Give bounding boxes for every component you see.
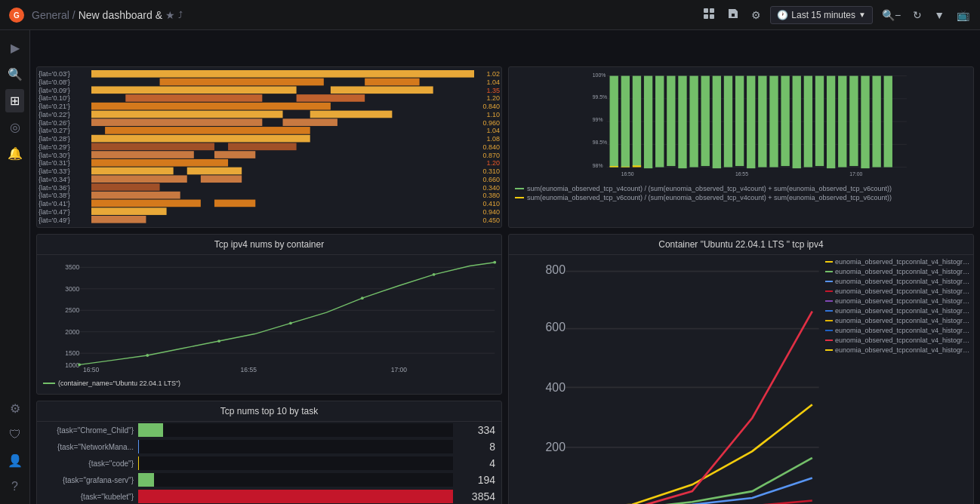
svg-point-88 xyxy=(146,354,149,357)
bar-fill xyxy=(138,440,139,453)
top-tasks-title: Tcp nums top 10 by task xyxy=(37,401,501,422)
sidebar-toggle-button[interactable]: ▶ xyxy=(6,36,24,60)
svg-rect-23 xyxy=(214,151,255,158)
svg-rect-19 xyxy=(91,135,310,143)
task-value: 194 xyxy=(458,474,495,486)
svg-rect-11 xyxy=(125,94,262,102)
svg-text:16:55: 16:55 xyxy=(241,366,257,373)
sidebar-profile-button[interactable]: 👤 xyxy=(3,449,27,472)
sidebar-search-button[interactable]: 🔍 xyxy=(3,63,27,86)
svg-text:98.5%: 98.5% xyxy=(593,140,607,145)
task-label: {task="grafana-serv"} xyxy=(43,476,134,484)
svg-rect-17 xyxy=(283,118,337,126)
bar-track xyxy=(138,490,453,503)
sidebar-alerting-button[interactable]: 🔔 xyxy=(3,142,27,165)
main-content: {lat='0.03'}{lat='0.08'}{lat='0.09'}{lat… xyxy=(30,60,980,504)
line-chart-legend: (container_name="Ubuntu 22.04.1 LTS") xyxy=(37,376,501,390)
bar-track xyxy=(138,473,453,487)
svg-rect-46 xyxy=(621,76,630,167)
breadcrumb-sep: / xyxy=(72,9,76,21)
svg-rect-7 xyxy=(160,78,324,86)
add-panel-button[interactable] xyxy=(700,5,718,25)
svg-rect-13 xyxy=(91,103,331,110)
svg-rect-24 xyxy=(91,159,228,167)
line-chart-panel: Tcp ipv4 nums by container 3500 3000 250… xyxy=(36,234,502,395)
svg-rect-31 xyxy=(91,200,201,207)
svg-text:99.5%: 99.5% xyxy=(593,94,607,100)
svg-rect-12 xyxy=(297,94,365,102)
svg-rect-33 xyxy=(91,207,167,215)
svg-rect-48 xyxy=(644,76,652,169)
task-label: {task="code"} xyxy=(43,459,134,468)
svg-rect-28 xyxy=(201,175,242,183)
svg-rect-69 xyxy=(884,76,892,167)
svg-rect-21 xyxy=(228,143,297,150)
svg-rect-62 xyxy=(804,76,812,167)
bar-track xyxy=(138,456,453,470)
navbar: G General / New dashboard & ★ ⤴ ⚙ 🕐 Last… xyxy=(0,0,980,30)
svg-text:2000: 2000 xyxy=(65,327,79,335)
table-row: {task="NetworkMana... 8 xyxy=(37,438,501,455)
navbar-icons: ⚙ 🕐 Last 15 minutes ▼ 🔍− ↻ ▼ 📺 xyxy=(700,5,972,25)
svg-rect-32 xyxy=(214,200,255,207)
svg-rect-67 xyxy=(861,76,869,169)
svg-rect-3 xyxy=(710,8,714,13)
svg-rect-4 xyxy=(704,14,708,19)
svg-rect-49 xyxy=(655,76,664,167)
svg-text:3500: 3500 xyxy=(65,263,79,271)
star-icon[interactable]: ★ xyxy=(165,9,175,21)
time-range-selector[interactable]: 🕐 Last 15 minutes ▼ xyxy=(770,6,873,24)
svg-rect-53 xyxy=(701,76,710,167)
svg-text:16:50: 16:50 xyxy=(621,171,634,177)
svg-point-93 xyxy=(493,261,496,264)
task-label: {task="Chrome_Child"} xyxy=(43,426,134,435)
table-row: {task="grafana-serv"} 194 xyxy=(37,472,501,488)
sidebar-settings-button[interactable]: ⚙ xyxy=(5,397,25,420)
heatmap-legend: 1.021.041.351.20 0.8401.100.9601.04 1.08… xyxy=(474,67,501,227)
table-row: {task="Chrome_Child"} 334 xyxy=(37,422,501,438)
svg-point-90 xyxy=(289,321,292,324)
task-value: 4 xyxy=(458,457,495,469)
tv-mode-button[interactable]: 📺 xyxy=(954,6,972,24)
bar-track xyxy=(138,423,453,437)
svg-rect-47 xyxy=(633,76,641,167)
svg-rect-15 xyxy=(310,111,393,118)
sidebar: ▶ 🔍 ⊞ ◎ 🔔 ⚙ 🛡 👤 ? xyxy=(0,30,30,504)
svg-rect-29 xyxy=(91,183,160,191)
svg-rect-5 xyxy=(710,14,714,19)
settings-button[interactable]: ⚙ xyxy=(748,6,764,24)
svg-rect-58 xyxy=(758,76,766,167)
stacked-bar-panel: 100% 99.5% 99% 98.5% 98% xyxy=(508,66,974,228)
clock-icon: 🕐 xyxy=(777,10,788,20)
heatmap-y-labels: {lat='0.03'}{lat='0.08'}{lat='0.09'}{lat… xyxy=(37,67,91,227)
task-label: {task="kubelet"} xyxy=(43,493,134,501)
svg-point-87 xyxy=(78,363,81,366)
task-value: 3854 xyxy=(458,490,495,502)
sidebar-dashboards-button[interactable]: ⊞ xyxy=(5,89,24,112)
svg-text:17:00: 17:00 xyxy=(391,366,408,373)
save-button[interactable] xyxy=(724,5,742,25)
svg-text:16:55: 16:55 xyxy=(735,171,748,177)
bar-track xyxy=(138,440,453,453)
zoom-out-button[interactable]: 🔍− xyxy=(879,6,904,24)
svg-text:200: 200 xyxy=(546,441,566,453)
breadcrumb-parent[interactable]: General xyxy=(32,9,69,21)
refresh-interval-button[interactable]: ▼ xyxy=(931,6,948,24)
svg-text:3000: 3000 xyxy=(65,284,79,292)
svg-text:100%: 100% xyxy=(593,72,606,78)
svg-rect-61 xyxy=(793,76,801,169)
share-icon[interactable]: ⤴ xyxy=(178,10,183,20)
refresh-button[interactable]: ↻ xyxy=(910,6,925,24)
line-chart-title: Tcp ipv4 nums by container xyxy=(37,235,501,255)
table-row: {task="kubelet"} 3854 xyxy=(37,488,501,504)
sidebar-explore-button[interactable]: ◎ xyxy=(5,115,25,139)
svg-rect-9 xyxy=(91,86,297,94)
svg-rect-2 xyxy=(704,8,708,13)
svg-rect-70 xyxy=(610,166,618,167)
svg-rect-59 xyxy=(769,76,778,167)
svg-rect-64 xyxy=(827,76,835,169)
sidebar-shield-button[interactable]: 🛡 xyxy=(5,423,26,446)
sidebar-help-button[interactable]: ? xyxy=(7,475,23,498)
svg-text:16:50: 16:50 xyxy=(83,366,100,373)
svg-text:600: 600 xyxy=(546,321,566,333)
